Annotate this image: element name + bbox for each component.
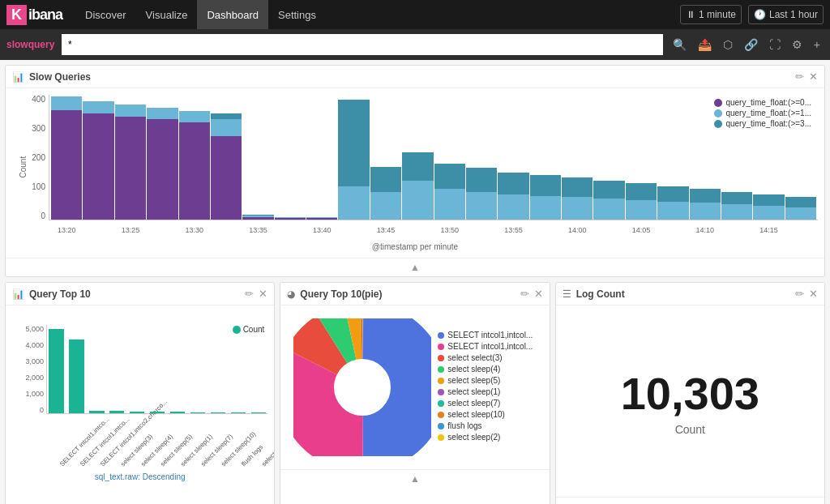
bar-segment-1: [147, 119, 178, 220]
query-top10-pie-header: ◕ Query Top 10(pie) ✏ ✕: [280, 283, 549, 305]
bar-segment-2: [593, 199, 624, 220]
edit-top10-btn[interactable]: ✏: [245, 288, 254, 300]
bar-segment-3: [466, 168, 497, 191]
bar-group: [466, 96, 497, 220]
pie-label-10: select sleep(2): [447, 433, 500, 442]
link-icon[interactable]: 🔗: [741, 36, 761, 53]
embed-icon[interactable]: ⬡: [720, 36, 736, 53]
nav-visualize[interactable]: Visualize: [136, 0, 198, 29]
edit-slow-queries-btn[interactable]: ✏: [795, 70, 804, 83]
search-bar: slowquery 🔍 📤 ⬡ 🔗 ⛶ ⚙ +: [0, 29, 830, 60]
sort-label[interactable]: sql_text.raw: Descending: [12, 472, 267, 481]
pie-dot-10: [438, 434, 444, 441]
pie-label-5: select sleep(5): [447, 376, 500, 385]
close-pie-btn[interactable]: ✕: [534, 288, 543, 300]
bar-group: 13:40: [306, 96, 337, 220]
query-top10-chart: Count 5,000 4,000 3,000 2,000 1,000 0: [12, 325, 267, 504]
close-top10-btn[interactable]: ✕: [259, 288, 267, 300]
time-control[interactable]: 🕐 Last 1 hour: [748, 5, 824, 24]
slow-queries-chart-wrapper: Count 400 300 200 100 0 13:2013:2513:301…: [12, 95, 818, 251]
bar-group: 14:05: [626, 96, 657, 220]
slow-queries-expand-btn[interactable]: ▲: [410, 262, 420, 273]
bar-segment-3: [370, 167, 401, 192]
bar-segment-1: [115, 117, 146, 220]
close-slow-queries-btn[interactable]: ✕: [809, 70, 818, 83]
pause-control[interactable]: ⏸ 1 minute: [680, 5, 742, 24]
top10-bar-group: select sleep(1): [169, 325, 187, 413]
x-label: 14:10: [695, 226, 714, 234]
bar-segment-3: [785, 197, 816, 207]
top10-bar-group: select sleep(3): [108, 325, 126, 413]
search-label: slowquery: [6, 39, 55, 50]
bar-segment-3: [593, 181, 624, 199]
x-label: 14:00: [568, 226, 587, 234]
bar-segment-1: [83, 113, 113, 220]
fullscreen-icon[interactable]: ⛶: [766, 36, 784, 53]
slow-queries-legend: query_time_float:(>=0... query_time_floa…: [714, 98, 811, 130]
pie-footer: ▲: [280, 469, 549, 488]
bar-group: [338, 96, 369, 220]
bar-segment-2: [657, 202, 688, 220]
search-input[interactable]: [62, 34, 663, 55]
legend-dot-2: [714, 109, 722, 117]
edit-log-count-btn[interactable]: ✏: [795, 288, 804, 300]
pie-dot-1: [438, 332, 444, 339]
pie-expand-btn[interactable]: ▲: [410, 473, 420, 485]
pie-label-3: select select(3): [447, 353, 502, 362]
nav-discover[interactable]: Discover: [75, 0, 136, 29]
bar-segment-2: [51, 96, 82, 110]
pie-legend-item-8: select sleep(10): [438, 410, 533, 419]
legend-dot-3: [714, 120, 722, 128]
top10-bar: [130, 412, 144, 413]
search-icons: 🔍 📤 ⬡ 🔗 ⛶ ⚙ +: [670, 36, 824, 53]
time-label: Last 1 hour: [769, 9, 818, 20]
log-count-body: 10,303 Count: [556, 305, 824, 497]
settings-icon[interactable]: ⚙: [789, 36, 806, 53]
pie-svg: [293, 318, 431, 456]
log-count-title: Log Count: [576, 288, 795, 300]
bar-group: 13:50: [434, 96, 465, 220]
legend-label-3: query_time_float:(>=3...: [725, 119, 811, 128]
bar-group: 14:00: [562, 96, 593, 220]
log-count-expand-btn[interactable]: ▲: [685, 501, 695, 504]
bar-group: [657, 96, 688, 220]
top10-bars: SELECT intcol1,intco...SELECT intcol1,in…: [46, 325, 267, 414]
bar-group: 13:30: [179, 96, 210, 220]
pie-label-1: SELECT intcol1,intcol...: [447, 331, 533, 340]
bar-segment-2: [434, 189, 465, 220]
query-top10-pie-body: SELECT intcol1,intcol... SELECT intcol1,…: [280, 305, 549, 469]
query-top10-panel: 📊 Query Top 10 ✏ ✕ Count: [5, 282, 275, 504]
bar-segment-2: [370, 192, 401, 220]
top-nav: K ibana Discover Visualize Dashboard Set…: [0, 0, 830, 29]
x-label: 14:05: [632, 226, 651, 234]
search-button[interactable]: 🔍: [670, 36, 690, 53]
top10-bar-group: select sleep(7): [189, 325, 208, 413]
bar-segment-1: [306, 218, 337, 220]
share-icon[interactable]: 📤: [695, 36, 715, 53]
bottom-row: 📊 Query Top 10 ✏ ✕ Count: [5, 282, 825, 504]
bar-group: 13:20: [51, 96, 82, 220]
bar-group: [530, 96, 561, 220]
bar-segment-3: [498, 173, 528, 195]
log-count-actions: ✏ ✕: [795, 288, 818, 300]
bar-segment-2: [530, 196, 561, 220]
top10-bar-group: select sleep(10): [209, 325, 228, 413]
bar-chart-icon: 📊: [12, 71, 24, 83]
close-log-count-btn[interactable]: ✕: [809, 288, 818, 300]
edit-pie-btn[interactable]: ✏: [520, 288, 529, 300]
slow-queries-actions: ✏ ✕: [795, 70, 818, 83]
add-panel-icon[interactable]: +: [811, 36, 824, 53]
query-top10-pie-title: Query Top 10(pie): [300, 288, 520, 300]
bar-segment-3: [721, 192, 752, 204]
pie-label-2: SELECT intcol1,intcol...: [447, 342, 533, 351]
nav-settings[interactable]: Settings: [268, 0, 326, 29]
y-axis-label: Count: [19, 156, 28, 177]
nav-dashboard[interactable]: Dashboard: [197, 0, 268, 29]
bar-segment-3: [626, 183, 657, 200]
pie-legend-item-9: flush logs: [438, 421, 533, 430]
pie-legend-item-1: SELECT intcol1,intcol...: [438, 331, 533, 340]
top10-bar: [170, 412, 185, 413]
slow-queries-bars: 13:2013:2513:3013:3513:4013:4513:5013:55…: [49, 95, 818, 220]
pie-chart-container: SELECT intcol1,intcol... SELECT intcol1,…: [287, 312, 542, 463]
bar-segment-1: [51, 110, 82, 220]
